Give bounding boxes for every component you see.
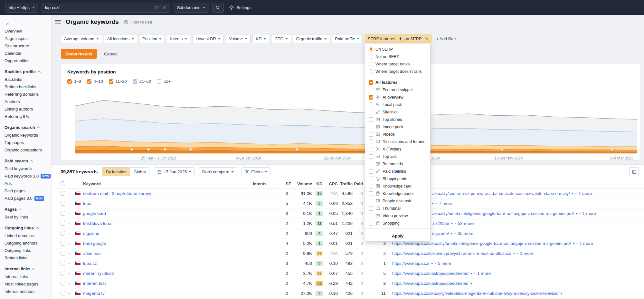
url-link[interactable]: https://www.lupa.cz/nastroje/speedmeter/	[392, 281, 469, 286]
sidebar-item[interactable]: Broken backlinks	[0, 83, 51, 91]
checkbox-icon[interactable]	[369, 169, 373, 174]
menu-icon[interactable]	[55, 20, 61, 24]
target-url-input[interactable]: lupa.cz/	[42, 3, 170, 13]
sidebar-item[interactable]: Backlinks	[0, 76, 51, 83]
serp-feature-option[interactable]: Top ads	[365, 153, 430, 160]
chart-event-marker[interactable]	[130, 148, 133, 151]
show-results-button[interactable]: Show results	[61, 49, 97, 59]
chevron-down-icon[interactable]: ▾	[576, 212, 577, 215]
chevron-down-icon[interactable]: ▾	[572, 192, 573, 195]
sidebar-item[interactable]: Internal anchors	[0, 288, 51, 295]
serp-feature-option[interactable]: Thumbnail	[365, 205, 430, 212]
serp-feature-option[interactable]: Featured snippet	[365, 86, 430, 93]
serp-feature-option[interactable]: Top stories	[365, 116, 430, 123]
chevron-down-icon[interactable]: ▾	[513, 252, 515, 255]
column-header-kd[interactable]: KD	[312, 181, 327, 186]
serp-feature-option[interactable]: Image pack	[365, 123, 430, 130]
add-keyword-icon[interactable]: +	[68, 241, 75, 246]
serp-feature-option[interactable]: Bottom ads	[365, 160, 430, 168]
checkbox-icon[interactable]	[369, 162, 373, 166]
search-button[interactable]	[212, 3, 224, 13]
url-link[interactable]: digizone/	[432, 231, 449, 236]
protocol-select[interactable]: http + https	[5, 3, 38, 13]
checkbox-icon[interactable]	[369, 95, 373, 100]
all-features-option[interactable]: All features	[365, 79, 430, 86]
sidebar-item[interactable]: Organic competitors	[0, 146, 51, 154]
sidebar-item[interactable]: Linked domains	[0, 232, 51, 239]
column-header-intents[interactable]: Intents	[253, 181, 286, 186]
row-checkbox[interactable]	[61, 281, 65, 285]
keyword-link[interactable]: magenta tv	[83, 291, 105, 296]
date-picker[interactable]: 17 Jun 2025	[154, 167, 194, 176]
chart-event-marker[interactable]	[189, 148, 192, 151]
sidebar-section-title[interactable]: Paid search	[0, 157, 51, 165]
add-keyword-icon[interactable]: +	[68, 201, 75, 206]
sidebar-item[interactable]: Referring IPs	[0, 113, 51, 120]
sidebar-item[interactable]: Paid keywords 3.0 New	[0, 172, 51, 180]
filter-pill[interactable]: Average volume	[61, 34, 102, 43]
legend-checkbox[interactable]	[133, 79, 137, 84]
sidebar-item[interactable]: Top pages	[0, 139, 51, 146]
legend-checkbox[interactable]	[157, 79, 161, 84]
more-urls-link[interactable]: 1 more	[580, 241, 593, 246]
checkbox-icon[interactable]	[369, 177, 373, 181]
add-keyword-icon[interactable]: +	[68, 221, 75, 226]
radio-icon[interactable]	[369, 62, 373, 66]
filter-pill-serp-features[interactable]: SERP features: on SERP	[365, 34, 432, 43]
checkbox-icon[interactable]	[369, 132, 373, 137]
checkbox-icon[interactable]	[369, 88, 373, 92]
legend-checkbox[interactable]	[67, 79, 72, 84]
chevron-down-icon[interactable]: ▾	[470, 282, 472, 285]
serp-mode-option[interactable]: On SERP	[365, 45, 430, 53]
radio-icon[interactable]	[369, 54, 373, 59]
serp-mode-option[interactable]: Where target ranks	[365, 60, 430, 68]
serp-feature-option[interactable]: Videos	[365, 130, 430, 138]
more-urls-link[interactable]: 1 more	[579, 191, 592, 196]
checkbox-icon[interactable]	[369, 125, 373, 129]
serp-feature-option[interactable]: Local pack	[365, 101, 430, 108]
sidebar-item[interactable]: Overview	[0, 27, 51, 35]
serp-feature-option[interactable]: Discussions and forums	[365, 138, 430, 145]
sidebar-item[interactable]: Site structure	[0, 42, 51, 50]
filter-pill[interactable]: All locations	[104, 34, 137, 43]
url-link[interactable]: aktuality/centrum-cz-pri-migraci-dat-sma…	[432, 191, 570, 196]
filter-pill[interactable]: CPC	[271, 34, 291, 43]
add-keyword-icon[interactable]: +	[68, 281, 75, 286]
serp-feature-option[interactable]: Shopping	[365, 219, 430, 227]
sidebar-item[interactable]: Opportunities	[0, 57, 51, 64]
sidebar-item[interactable]: Internal links	[0, 273, 51, 280]
chart-event-marker[interactable]	[501, 148, 504, 151]
filter-pill[interactable]: Position	[139, 34, 165, 43]
column-header-cpc[interactable]: CPC	[327, 181, 338, 186]
url-link[interactable]: .cz/2025/	[432, 221, 449, 226]
chart-event-marker[interactable]	[611, 148, 613, 151]
more-urls-link[interactable]: 5 more	[438, 261, 451, 266]
keyword-link[interactable]: bard google	[83, 241, 106, 246]
more-urls-link[interactable]: 58 more	[458, 221, 474, 226]
chart-event-marker[interactable]	[147, 148, 150, 151]
column-header-sf[interactable]: SF	[286, 181, 295, 186]
row-checkbox[interactable]	[61, 201, 65, 206]
serp-mode-option[interactable]: Not on SERP	[365, 53, 430, 60]
checkbox-icon[interactable]	[369, 206, 373, 211]
row-checkbox[interactable]	[61, 221, 65, 226]
remove-filter-icon[interactable]	[425, 37, 429, 41]
sidebar-section-title[interactable]: Outgoing links	[0, 224, 51, 232]
sidebar-item[interactable]: Outgoing anchors	[0, 239, 51, 247]
keyword-link[interactable]: lupa.cz	[83, 261, 97, 266]
checkbox-icon[interactable]	[369, 147, 373, 151]
chart-event-marker[interactable]	[296, 148, 299, 151]
chevron-down-icon[interactable]: ▾	[573, 242, 574, 245]
radio-icon[interactable]	[369, 69, 373, 74]
keyword-link[interactable]: atlas mail	[83, 251, 101, 256]
serp-feature-option[interactable]: Knowledge card	[365, 182, 430, 190]
filter-pill[interactable]: Organic traffic	[293, 34, 330, 43]
clear-url-icon[interactable]	[162, 5, 167, 10]
serp-feature-option[interactable]: X (Twitter)	[365, 145, 430, 153]
row-checkbox[interactable]	[61, 231, 65, 236]
more-urls-link[interactable]: 7 more	[439, 201, 452, 206]
filter-pill[interactable]: Lowest DR	[192, 34, 224, 43]
radio-icon[interactable]	[369, 47, 373, 52]
add-keyword-icon[interactable]: +	[68, 211, 75, 216]
url-link[interactable]: https://www.lupa.cz/tiskove-zpravy/chran…	[392, 251, 511, 256]
